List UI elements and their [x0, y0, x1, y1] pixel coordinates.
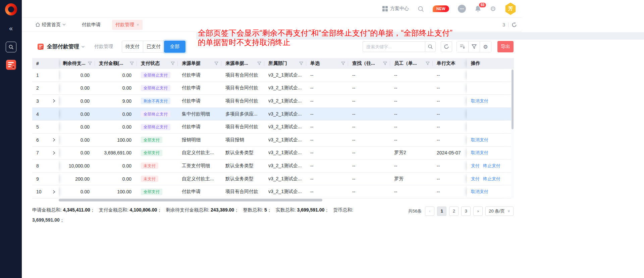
page-button-1[interactable]: 1 — [437, 206, 446, 216]
notifications-button[interactable]: 93 — [475, 5, 481, 12]
cell-amount: 0.00 — [95, 82, 137, 95]
filter-funnel-icon[interactable] — [88, 61, 92, 65]
cell-dept: v3_2_1测试企... — [264, 121, 306, 133]
cell-remaining: 0.00 — [59, 95, 95, 107]
action-link-取消支付[interactable]: 取消支付 — [471, 150, 488, 156]
filter-funnel-icon[interactable] — [341, 61, 345, 65]
table-row[interactable]: 60.00100.00全部支付报销明细项目报销v3_2_1测试企...-----… — [32, 134, 514, 147]
search-submit-button[interactable] — [425, 41, 436, 52]
search-input[interactable] — [363, 41, 425, 52]
filter-funnel-icon[interactable] — [214, 61, 218, 65]
segment-tab-全部[interactable]: 全部 — [164, 41, 185, 53]
refresh-list-button[interactable] — [441, 41, 452, 52]
app-logo-icon[interactable] — [5, 3, 17, 15]
messages-icon[interactable]: ⋯ — [458, 5, 466, 13]
column-header-1[interactable]: # — [32, 58, 59, 69]
column-header-5[interactable]: 来源单据 — [178, 58, 221, 69]
column-header-4[interactable]: 支付状态 — [137, 58, 178, 69]
expand-row-icon[interactable] — [53, 190, 55, 194]
column-header-12[interactable]: 操作 — [467, 58, 511, 69]
export-button[interactable]: 导出 — [497, 41, 514, 52]
cell-actions — [467, 69, 511, 82]
table-row[interactable]: 40.000.00全部终止支付集中付款明细多项目多供应...v3_2_1测试企.… — [32, 108, 514, 121]
filter-funnel-icon[interactable] — [383, 61, 387, 65]
filter-funnel-icon[interactable] — [299, 61, 303, 65]
close-icon[interactable]: × — [137, 22, 139, 27]
sort-button[interactable] — [457, 41, 468, 52]
action-link-终止支付[interactable]: 终止支付 — [483, 176, 500, 182]
cell-employee: -- — [390, 108, 433, 121]
view-title-label: 全部付款管理 — [47, 43, 79, 50]
plan-center-button[interactable]: 方案中心 — [382, 6, 409, 12]
expand-row-icon[interactable] — [53, 99, 55, 103]
segment-tab-待支付[interactable]: 待支付 — [122, 41, 143, 53]
column-header-8[interactable]: 单选 — [306, 58, 348, 69]
table-row[interactable]: 70.003,698,691.00全部支付自定义付款主...默认业务类型v3_2… — [32, 147, 514, 160]
cell-radio: -- — [306, 121, 348, 133]
column-header-2[interactable]: 剩余待支... — [59, 58, 95, 69]
page-size-select[interactable]: 20 条/页 ∨ — [485, 206, 514, 216]
payment-management-page: « 方案中心 NEW ⋯ 93 — [0, 0, 644, 278]
column-settings-button[interactable]: ⚙ — [480, 41, 491, 52]
filter-funnel-icon[interactable] — [426, 61, 430, 65]
page-button-2[interactable]: 2 — [449, 206, 459, 216]
column-header-11[interactable]: 单行文本 — [433, 58, 467, 69]
summary-item: 剩余待支付金额总和: 243,389.00； — [166, 207, 239, 213]
table-row[interactable]: 9200.000.00未支付自定义付款主...默认业务类型v3_2_1测试企..… — [32, 173, 514, 186]
expand-row-icon[interactable] — [53, 151, 55, 155]
horizontal-scrollbar-thumb[interactable] — [59, 199, 322, 201]
page-button-3[interactable]: 3 — [461, 206, 471, 216]
vertical-scrollbar-thumb[interactable] — [512, 70, 514, 129]
view-title-dropdown[interactable]: 全部付款管理 — [47, 43, 85, 50]
cell-source: 付款申请 — [178, 82, 221, 95]
table-row[interactable]: 30.009.00剩余不再支付付款申请项目有合同付款v3_2_1测试企...--… — [32, 95, 514, 108]
column-header-6[interactable]: 来源单据... — [221, 58, 264, 69]
route-tab-payment-request[interactable]: 付款申请 — [78, 20, 104, 30]
prev-page-button[interactable]: ‹ — [425, 206, 434, 216]
summary-currency-total-value: 3,699,591.00 — [32, 217, 60, 223]
summary-totals: 申请金额总和: 4,345,411.00；支付金额总和: 4,100,806.0… — [32, 206, 398, 224]
table-row[interactable]: 100.00100.00全部支付付款申请项目有合同付款v3_2_1测试企...-… — [32, 185, 514, 198]
search-icon — [8, 44, 14, 50]
cell-employee: -- — [390, 159, 433, 172]
cell-source_type: 项目有合同付款 — [221, 185, 264, 198]
route-tab-payment-management[interactable]: 付款管理× — [112, 20, 143, 30]
action-link-终止支付[interactable]: 终止支付 — [483, 163, 500, 169]
table-row[interactable]: 20.000.00全部终止支付付款申请项目有合同付款v3_2_1测试企...--… — [32, 82, 514, 95]
next-page-button[interactable]: › — [473, 206, 483, 216]
global-search-icon[interactable] — [418, 6, 424, 12]
user-avatar[interactable]: 芳 — [505, 3, 516, 15]
column-header-3[interactable]: 支付金额(... — [95, 58, 137, 69]
home-route-tab[interactable]: 经营首页 — [35, 22, 66, 28]
cell-source: 付款申请 — [178, 69, 221, 82]
action-link-支付[interactable]: 支付 — [471, 176, 480, 182]
column-header-7[interactable]: 所属部门 — [264, 58, 306, 69]
refresh-tabs-icon[interactable] — [512, 22, 517, 28]
action-link-取消支付[interactable]: 取消支付 — [471, 189, 488, 195]
summary-separator: ； — [60, 217, 64, 223]
sidebar-search-button[interactable] — [6, 42, 16, 52]
table-row[interactable]: 50.000.00全部终止支付付款申请项目有合同付款v3_2_1测试企...--… — [32, 121, 514, 134]
table-row[interactable]: 810,000.000.00未支付工资支付明细默认业务类型v3_2_1测试企..… — [32, 159, 514, 173]
cell-dept: v3_2_1测试企... — [264, 159, 306, 172]
action-link-取消支付[interactable]: 取消支付 — [471, 98, 488, 104]
action-link-取消支付[interactable]: 取消支付 — [471, 137, 488, 143]
filter-funnel-icon[interactable] — [130, 61, 134, 65]
expand-row-icon[interactable] — [53, 138, 55, 142]
column-header-10[interactable]: 员工（单... — [390, 58, 433, 69]
table-row[interactable]: 10.000.00全部终止支付付款申请项目有合同付款v3_2_1测试企...--… — [32, 69, 514, 82]
sidebar-item-payment-app[interactable] — [6, 60, 16, 70]
group-label-payment-management[interactable]: 付款管理 — [94, 44, 113, 50]
home-route-label: 经营首页 — [42, 22, 61, 28]
settings-gear-icon[interactable]: ⚙ — [490, 5, 496, 13]
filter-funnel-icon[interactable] — [257, 61, 261, 65]
new-badge[interactable]: NEW — [433, 5, 449, 12]
filter-funnel-icon[interactable] — [171, 61, 175, 65]
action-link-支付[interactable]: 支付 — [471, 163, 480, 169]
column-header-9[interactable]: 查找（往... — [348, 58, 390, 69]
collapse-sidebar-icon[interactable]: « — [9, 25, 13, 32]
plan-center-label: 方案中心 — [390, 6, 409, 12]
caret-down-icon: ∨ — [507, 209, 510, 213]
filter-button[interactable] — [468, 41, 480, 52]
segment-tab-已支付[interactable]: 已支付 — [143, 41, 164, 53]
